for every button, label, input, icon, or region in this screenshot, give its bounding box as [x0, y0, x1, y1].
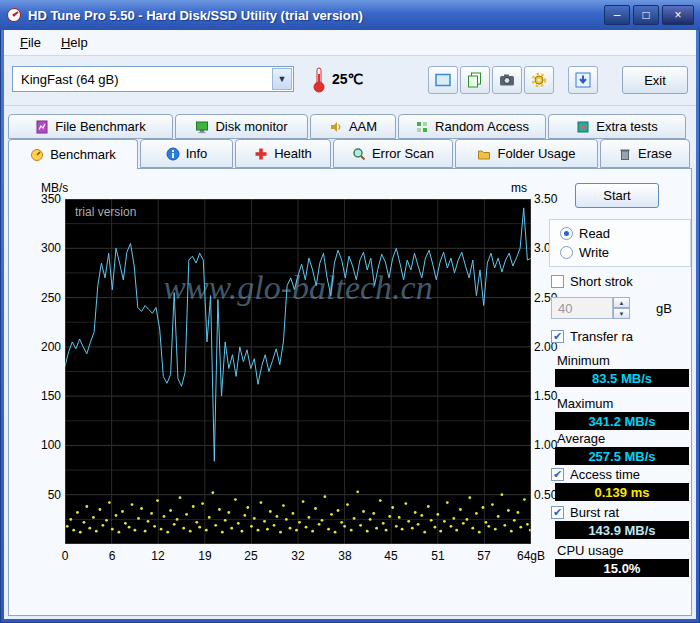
menu-help[interactable]: Help	[51, 32, 98, 53]
tab-info[interactable]: Info	[140, 139, 233, 168]
checkbox-checked-icon	[551, 506, 564, 519]
axis-tick: 32	[291, 549, 304, 563]
average-label: Average	[557, 431, 605, 446]
tab-folder-usage[interactable]: Folder Usage	[455, 139, 598, 168]
drive-temperature: 25℃	[332, 71, 363, 87]
chart-plot-area: www.glo-baltech.cntrial version	[65, 199, 531, 544]
short-stroke-label: Short strok	[570, 274, 633, 289]
write-radio[interactable]: Write	[560, 245, 609, 260]
tab-label: Folder Usage	[497, 146, 575, 161]
axis-tick: 250	[23, 291, 61, 305]
burst-rate-value: 143.9 MB/s	[555, 521, 689, 539]
tab-random-access[interactable]: Random Access	[398, 114, 546, 139]
toolbar: KingFast (64 gB) ▼ 25℃ Exit	[4, 56, 696, 106]
extra-tests-icon	[576, 120, 590, 134]
titlebar: HD Tune Pro 5.50 - Hard Disk/SSD Utility…	[0, 0, 700, 30]
close-button[interactable]: ×	[662, 5, 694, 25]
menu-file[interactable]: File	[10, 32, 51, 53]
random-access-icon	[415, 120, 429, 134]
benchmark-chart: MB/s ms 35030025020015010050 3.503.002.5…	[15, 175, 545, 611]
axis-tick: 200	[23, 340, 61, 354]
tab-row-2: Benchmark Info Health Error Scan Folder …	[8, 139, 690, 168]
tab-benchmark[interactable]: Benchmark	[8, 139, 138, 169]
window-view-button[interactable]	[428, 66, 458, 94]
axis-tick: 6	[109, 549, 116, 563]
tab-row-1: File Benchmark Disk monitor AAM Random A…	[8, 114, 686, 139]
tab-error-scan[interactable]: Error Scan	[333, 139, 453, 168]
exit-button[interactable]: Exit	[622, 66, 688, 94]
maximize-button[interactable]: □	[633, 5, 659, 25]
checkbox-icon	[551, 275, 564, 288]
transfer-rate-checkbox[interactable]: Transfer ra	[551, 329, 633, 344]
tab-label: Erase	[638, 146, 672, 161]
camera-icon	[498, 71, 516, 89]
stepper-down-icon[interactable]: ▼	[613, 308, 630, 319]
tab-label: Error Scan	[372, 146, 434, 161]
read-radio[interactable]: Read	[560, 226, 610, 241]
axis-tick: 38	[338, 549, 351, 563]
axis-tick: 57	[477, 549, 490, 563]
axis-tick: 100	[23, 438, 61, 452]
axis-tick: 0	[62, 549, 69, 563]
start-label: Start	[603, 188, 630, 203]
tab-disk-monitor[interactable]: Disk monitor	[175, 114, 308, 139]
file-benchmark-icon	[35, 120, 49, 134]
erase-trash-icon	[618, 147, 632, 161]
exit-label: Exit	[644, 73, 666, 88]
tab-health[interactable]: Health	[235, 139, 331, 168]
tab-label: AAM	[349, 119, 377, 134]
start-button[interactable]: Start	[575, 183, 659, 208]
tab-aam[interactable]: AAM	[310, 114, 396, 139]
tab-erase[interactable]: Erase	[600, 139, 690, 168]
right-axis-unit: ms	[511, 181, 527, 195]
error-scan-magnifier-icon	[352, 147, 366, 161]
minimize-button[interactable]: –	[604, 5, 630, 25]
window-body: File Help KingFast (64 gB) ▼ 25℃	[4, 30, 696, 619]
burst-rate-checkbox[interactable]: Burst rat	[551, 505, 619, 520]
copy-button[interactable]	[460, 66, 490, 94]
radio-circle-icon	[560, 246, 573, 259]
benchmark-page: MB/s ms 35030025020015010050 3.503.002.5…	[8, 168, 692, 616]
copy-icon	[466, 71, 484, 89]
folder-icon	[477, 147, 491, 161]
read-label: Read	[579, 226, 610, 241]
axis-tick: 64gB	[517, 549, 545, 563]
disk-monitor-icon	[195, 120, 209, 134]
x-axis-ticks: 06121925323845515764gB	[65, 549, 535, 565]
window-icon	[434, 71, 452, 89]
access-time-value: 0.139 ms	[555, 483, 689, 501]
app-window: HD Tune Pro 5.50 - Hard Disk/SSD Utility…	[0, 0, 700, 623]
maximum-value: 341.2 MB/s	[555, 412, 689, 430]
chevron-down-icon[interactable]: ▼	[272, 68, 292, 90]
tab-extra-tests[interactable]: Extra tests	[548, 114, 686, 139]
access-time-checkbox[interactable]: Access time	[551, 467, 640, 482]
screenshot-button[interactable]	[492, 66, 522, 94]
axis-tick: 25	[244, 549, 257, 563]
tab-label: File Benchmark	[55, 119, 145, 134]
options-button[interactable]	[524, 66, 554, 94]
drive-select-dropdown[interactable]: KingFast (64 gB) ▼	[12, 66, 294, 92]
tab-file-benchmark[interactable]: File Benchmark	[8, 114, 173, 139]
capacity-input[interactable]: 40	[551, 297, 613, 319]
window-title: HD Tune Pro 5.50 - Hard Disk/SSD Utility…	[28, 8, 601, 23]
tab-bar: File Benchmark Disk monitor AAM Random A…	[4, 106, 696, 168]
save-results-button[interactable]	[568, 66, 598, 94]
stepper-up-icon[interactable]: ▲	[613, 297, 630, 308]
svg-text:trial version: trial version	[75, 205, 136, 219]
transfer-rate-label: Transfer ra	[570, 329, 633, 344]
health-cross-icon	[254, 147, 268, 161]
left-axis-ticks: 35030025020015010050	[23, 199, 61, 544]
axis-tick: 150	[23, 389, 61, 403]
capacity-unit-label: gB	[656, 301, 672, 316]
short-stroke-checkbox[interactable]: Short strok	[551, 274, 633, 289]
axis-tick: 50	[23, 488, 61, 502]
axis-tick: 45	[384, 549, 397, 563]
thermometer-icon	[312, 66, 326, 98]
minimum-label: Minimum	[557, 353, 610, 368]
benchmark-gauge-icon	[30, 148, 44, 162]
maximum-label: Maximum	[557, 396, 613, 411]
tab-label: Random Access	[435, 119, 529, 134]
info-icon	[166, 147, 180, 161]
axis-tick: 51	[431, 549, 444, 563]
access-time-label: Access time	[570, 467, 640, 482]
